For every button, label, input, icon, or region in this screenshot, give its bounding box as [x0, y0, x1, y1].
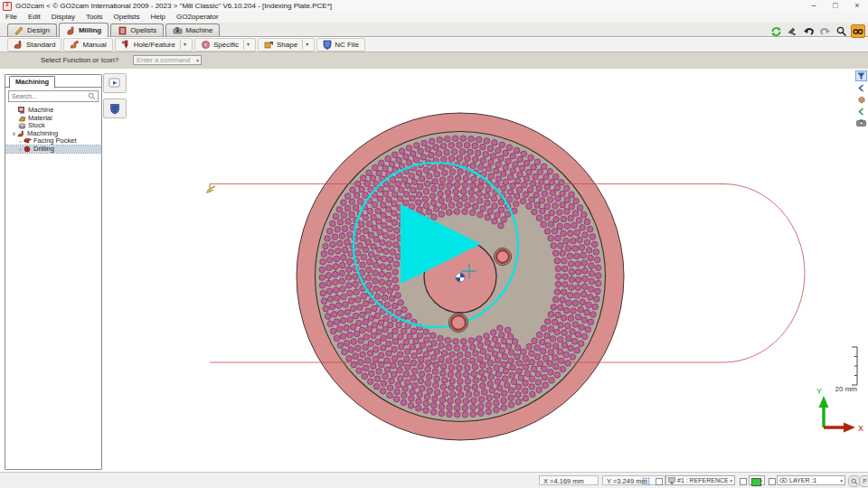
menu-bar: File Edit Display Tools Opelists Help GO… — [0, 12, 868, 23]
hole-feature-label: Hole/Feature — [134, 41, 175, 49]
reference-combobox[interactable]: #1 : REFERENCE ▾ — [665, 475, 735, 485]
close-button[interactable]: × — [846, 0, 868, 12]
tab-design-label: Design — [27, 26, 50, 34]
window-title: GO2cam < © GO2cam International 2009 - 2… — [15, 2, 332, 10]
zoom-icon[interactable] — [835, 25, 847, 37]
command-dropdown-icon[interactable]: ▾ — [196, 57, 199, 63]
shape-button[interactable]: Shape ▾ — [258, 38, 315, 52]
menu-file[interactable]: File — [0, 12, 23, 23]
tab-milling[interactable]: Milling — [59, 23, 108, 37]
manual-button[interactable]: Manual — [63, 38, 112, 52]
menu-opelists[interactable]: Opelists — [108, 12, 146, 23]
scale-label: 20 mm — [835, 385, 858, 393]
menu-edit[interactable]: Edit — [23, 12, 46, 23]
layer-checkbox[interactable] — [769, 478, 776, 485]
machining-panel: Machining Machine Material Stock ∨ Machi… — [5, 74, 102, 470]
title-bar: 2 GO2cam < © GO2cam International 2009 -… — [0, 0, 868, 12]
search-box[interactable] — [8, 90, 99, 102]
menu-tools[interactable]: Tools — [80, 12, 108, 23]
reference-value: #1 : REFERENCE — [677, 477, 729, 483]
collapse-icon[interactable]: ∨ — [11, 130, 17, 138]
tab-opelists-label: Opelists — [130, 26, 156, 34]
go2view-glasses-icon[interactable] — [851, 24, 865, 38]
camera-icon — [856, 119, 866, 127]
view-toolbar-row1 — [769, 24, 865, 38]
tab-machine[interactable]: Machine — [165, 23, 220, 36]
menu-go2operator[interactable]: GO2operator — [171, 12, 224, 23]
search-icon — [88, 92, 96, 100]
tab-opelists[interactable]: Opelists — [110, 23, 164, 36]
reference-dropdown-icon[interactable]: ▾ — [730, 478, 732, 483]
machining-panel-tab[interactable]: Machining — [9, 76, 55, 89]
stock-icon — [18, 122, 26, 129]
shape-label: Shape — [277, 41, 297, 49]
reference-checkbox[interactable] — [656, 478, 663, 485]
module-tabs: Design Milling Opelists Machine — [0, 23, 868, 37]
layer-value: LAYER :1 — [789, 477, 816, 483]
command-prompt-label: Select Function or Icon? — [41, 52, 118, 69]
design-icon — [14, 26, 24, 35]
drilling-icon — [24, 145, 32, 153]
simulation-icon — [108, 78, 121, 89]
previous-element-button[interactable] — [855, 106, 867, 117]
tree-item-material[interactable]: Material — [5, 115, 101, 123]
tree-label: Drilling — [33, 145, 54, 154]
machining-node-icon — [17, 130, 25, 137]
layer-dropdown-icon[interactable]: ▾ — [840, 478, 843, 483]
specific-button[interactable]: Specific ▾ — [194, 38, 256, 52]
tree-item-machine[interactable]: Machine — [5, 107, 101, 115]
grid-icon[interactable] — [642, 477, 650, 487]
tree-item-drilling[interactable]: › Drilling — [5, 145, 101, 154]
layer-combobox[interactable]: LAYER :1 ▾ — [777, 475, 845, 485]
undo-icon[interactable] — [802, 25, 815, 37]
y-axis-label: Y — [816, 387, 822, 396]
parameters-button[interactable]: P — [859, 475, 868, 487]
app-icon: 2 — [3, 2, 12, 11]
shape-dropdown-icon[interactable]: ▾ — [302, 40, 308, 50]
specific-label: Specific — [213, 41, 239, 49]
material-icon — [18, 115, 26, 122]
simulation-button[interactable] — [103, 73, 127, 93]
menu-display[interactable]: Display — [46, 12, 80, 23]
regen-icon[interactable] — [769, 25, 782, 37]
layer-zoom-icon — [851, 478, 858, 485]
protection-button[interactable] — [103, 99, 127, 118]
view-3d-button[interactable] — [855, 94, 867, 105]
previous-view-button[interactable] — [855, 82, 867, 93]
snapshot-button[interactable] — [855, 117, 867, 128]
status-bar: X =4.169 mm Y =3.249 mm #1 : REFERENCE ▾… — [0, 472, 868, 488]
nc-file-button[interactable]: NC File — [316, 38, 365, 52]
machining-tree: Machine Material Stock ∨ Machining › Fac… — [5, 104, 101, 153]
command-combobox[interactable]: Enter a command ▾ — [133, 55, 202, 65]
reference-icon — [668, 477, 675, 484]
x-coordinate-readout: X =4.169 mm — [539, 475, 599, 485]
panel-header: Machining — [5, 75, 101, 88]
color-checkbox[interactable] — [740, 478, 747, 485]
expand-icon[interactable]: › — [17, 137, 24, 145]
color-picker[interactable]: ▾ — [749, 475, 765, 485]
cad-canvas[interactable]: 20 mmYX — [0, 69, 868, 472]
hole-feature-dropdown-icon[interactable]: ▾ — [180, 40, 186, 50]
select-tool-icon[interactable] — [786, 25, 798, 37]
expand-icon[interactable]: › — [17, 145, 24, 154]
filter-button[interactable] — [855, 70, 867, 81]
redo-icon[interactable] — [818, 25, 831, 37]
maximize-button[interactable]: □ — [825, 0, 846, 12]
milling-toolbar: Standard Manual Hole/Feature ▾ Specific … — [0, 38, 868, 52]
tab-machine-label: Machine — [185, 26, 212, 34]
command-bar: Select Function or Icon? Enter a command… — [0, 52, 868, 70]
tab-design[interactable]: Design — [7, 23, 57, 36]
minimize-button[interactable]: – — [803, 0, 825, 12]
opelists-icon — [118, 26, 127, 35]
manual-icon — [70, 40, 80, 50]
nc-file-icon — [323, 40, 332, 50]
standard-button[interactable]: Standard — [7, 38, 61, 52]
specific-icon — [201, 40, 211, 50]
hole-feature-button[interactable]: Hole/Feature ▾ — [115, 38, 193, 52]
eye-icon — [779, 477, 788, 483]
search-input[interactable] — [9, 93, 88, 99]
chevron-left-blue-icon — [858, 84, 864, 92]
milling-icon — [66, 26, 76, 35]
menu-help[interactable]: Help — [146, 12, 171, 23]
specific-dropdown-icon[interactable]: ▾ — [243, 40, 250, 50]
